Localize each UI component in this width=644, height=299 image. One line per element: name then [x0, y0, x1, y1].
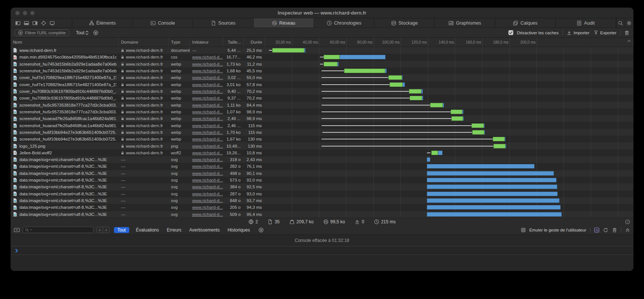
- table-row[interactable]: data:image/svg+xml;charset=utf-8,%3C...%…: [11, 156, 633, 163]
- element-picker-icon[interactable]: [41, 21, 46, 26]
- table-row[interactable]: data:image/svg+xml;charset=utf-8,%3C...%…: [11, 163, 633, 170]
- tab-éléments[interactable]: Éléments: [72, 18, 133, 28]
- waterfall-cell[interactable]: [265, 67, 633, 74]
- tab-chronologies[interactable]: Chronologies: [314, 18, 374, 28]
- table-row[interactable]: www.richard-dern.frwww.richard-dern.frdo…: [11, 47, 633, 54]
- waterfall-cell[interactable]: [265, 115, 633, 122]
- table-row[interactable]: screenshot_hu7453d15b6b2a929e1adaa8e7a06…: [11, 61, 633, 67]
- resource-initiator-link[interactable]: www.richard-d...: [192, 89, 223, 94]
- emulate-user-gesture-checkbox[interactable]: [521, 228, 526, 232]
- table-row[interactable]: AJellee-Bold.woff2www.richard-dern.frwof…: [11, 150, 633, 156]
- settings-button[interactable]: [625, 18, 633, 28]
- resource-initiator-link[interactable]: www.richard-d...: [192, 62, 223, 66]
- resource-initiator-link[interactable]: www.richard-d...: [192, 212, 223, 217]
- url-filter-input[interactable]: Filtrer l'URL complète: [15, 29, 69, 36]
- waterfall-cell[interactable]: [265, 74, 633, 81]
- resource-initiator-link[interactable]: www.richard-d...: [192, 123, 223, 128]
- console-filter-évaluations[interactable]: Évaluations: [135, 227, 160, 233]
- waterfall-cell[interactable]: [265, 61, 633, 67]
- column-header-name[interactable]: Nom: [11, 38, 119, 47]
- table-row[interactable]: data:image/svg+xml;charset=utf-8,%3C...%…: [11, 204, 633, 211]
- table-row[interactable]: logo_125.pngwww.richard-dern.frpngwww.ri…: [11, 142, 633, 149]
- tab-console[interactable]: Console: [133, 18, 193, 28]
- waterfall-cell[interactable]: [265, 156, 633, 163]
- export-button[interactable]: Exporter: [593, 30, 616, 35]
- resource-initiator-link[interactable]: www.richard-d...: [192, 103, 223, 107]
- waterfall-cell[interactable]: [265, 170, 633, 177]
- dock-bottom-icon[interactable]: [24, 21, 29, 26]
- waterfall-cell[interactable]: [265, 163, 633, 170]
- disable-caches-checkbox[interactable]: [508, 30, 513, 35]
- filter-options-button[interactable]: [93, 30, 98, 35]
- column-header-size[interactable]: Taille...: [223, 38, 244, 47]
- resource-initiator-link[interactable]: www.richard-d...: [192, 185, 223, 189]
- waterfall-cell[interactable]: [265, 183, 633, 190]
- tab-stockage[interactable]: Stockage: [374, 18, 435, 28]
- waterfall-cell[interactable]: [265, 102, 633, 108]
- reload-icon[interactable]: [603, 227, 608, 233]
- resource-initiator-link[interactable]: www.richard-d...: [192, 96, 223, 100]
- table-row[interactable]: data:image/svg+xml;charset=utf-8,%3C...%…: [11, 197, 633, 204]
- resource-initiator-link[interactable]: www.richard-d...: [192, 151, 223, 155]
- clear-network-items-button[interactable]: [624, 30, 629, 35]
- titlebar[interactable]: Inspecteur web — www.richard-dern.fr: [11, 8, 633, 18]
- waterfall-cell[interactable]: [265, 191, 633, 197]
- resource-initiator-link[interactable]: www.richard-d...: [192, 157, 223, 162]
- waterfall-cell[interactable]: [265, 88, 633, 95]
- table-row[interactable]: screenshot_hu5c957353818e777ca27d3c3cba0…: [11, 102, 633, 108]
- console-prompt[interactable]: [11, 246, 633, 255]
- resource-type-select[interactable]: Tout: [76, 30, 89, 35]
- resource-initiator-link[interactable]: www.richard-d...: [192, 198, 223, 203]
- table-row[interactable]: cover_huf7e1708829ea18f6715e48271400e87a…: [11, 81, 633, 88]
- resource-initiator-link[interactable]: www.richard-d...: [192, 130, 223, 135]
- console-search-field[interactable]: [23, 227, 93, 233]
- resource-initiator-link[interactable]: www.richard-d...: [192, 164, 223, 169]
- help-button[interactable]: ?: [625, 219, 630, 224]
- tab-audit[interactable]: Audit: [556, 18, 616, 28]
- clear-console-button[interactable]: [612, 227, 617, 233]
- table-row[interactable]: data:image/svg+xml;charset=utf-8,%3C...%…: [11, 211, 633, 218]
- console-filter-avertissements[interactable]: Avertissements: [188, 227, 221, 233]
- table-row[interactable]: screenshot_huaead7fe26a8458fcac1a46b824a…: [11, 122, 633, 129]
- table-row[interactable]: main.min.d9924575ec0bba420589a48d5190fbc…: [11, 54, 633, 60]
- collapse-console-icon[interactable]: [625, 227, 630, 233]
- console-filter-options-button[interactable]: [258, 227, 264, 233]
- resource-initiator-link[interactable]: www.richard-d...: [192, 116, 223, 121]
- waterfall-cell[interactable]: [265, 108, 633, 115]
- resource-initiator-link[interactable]: www.richard-d...: [192, 205, 223, 210]
- table-row[interactable]: screenshot_huaead7fe26a8458fcac1a46b824a…: [11, 115, 633, 122]
- device-icon[interactable]: [50, 21, 55, 26]
- console-filter-historiques[interactable]: Historiques: [226, 227, 251, 233]
- tab-réseau[interactable]: Réseau: [254, 18, 314, 28]
- waterfall-cell[interactable]: [265, 204, 633, 211]
- table-row[interactable]: screenshot_hu7453d15b6b2a929e1adaa8e7a06…: [11, 67, 633, 74]
- waterfall-cell[interactable]: [265, 197, 633, 204]
- tab-graphismes[interactable]: Graphismes: [435, 18, 495, 28]
- console-filter-erreurs[interactable]: Erreurs: [166, 227, 183, 233]
- waterfall-cell[interactable]: [265, 211, 633, 218]
- table-row[interactable]: data:image/svg+xml;charset=utf-8,%3C...%…: [11, 170, 633, 177]
- tab-calques[interactable]: Calques: [495, 18, 556, 28]
- waterfall-cell[interactable]: [265, 95, 633, 101]
- column-header-initiator[interactable]: Initiateur: [190, 38, 223, 47]
- resource-initiator-link[interactable]: www.richard-d...: [192, 75, 223, 80]
- next-result-button[interactable]: ›: [103, 227, 110, 233]
- console-filter-tout[interactable]: Tout: [114, 227, 129, 233]
- resource-initiator-link[interactable]: www.richard-d...: [192, 178, 223, 182]
- resource-initiator-link[interactable]: www.richard-d...: [192, 137, 223, 141]
- search-button[interactable]: [616, 18, 625, 28]
- table-row[interactable]: screenshot_hu5c957353818e777ca27d3c3cba0…: [11, 108, 633, 115]
- waterfall-cell[interactable]: [265, 47, 633, 54]
- waterfall-cell[interactable]: [265, 136, 633, 142]
- waterfall-cell[interactable]: [265, 150, 633, 156]
- waterfall-cell[interactable]: [265, 122, 633, 129]
- previous-result-button[interactable]: ‹: [96, 227, 103, 233]
- resource-initiator-link[interactable]: www.richard-d...: [192, 82, 223, 87]
- column-header-type[interactable]: Type: [169, 38, 190, 47]
- table-row[interactable]: data:image/svg+xml;charset=utf-8,%3C...%…: [11, 177, 633, 183]
- waterfall-cell[interactable]: [265, 54, 633, 60]
- waterfall-cell[interactable]: [265, 129, 633, 136]
- waterfall-cell[interactable]: [265, 177, 633, 183]
- column-header-domain[interactable]: Domaine: [119, 38, 169, 47]
- column-header-duration[interactable]: Durée: [244, 38, 265, 47]
